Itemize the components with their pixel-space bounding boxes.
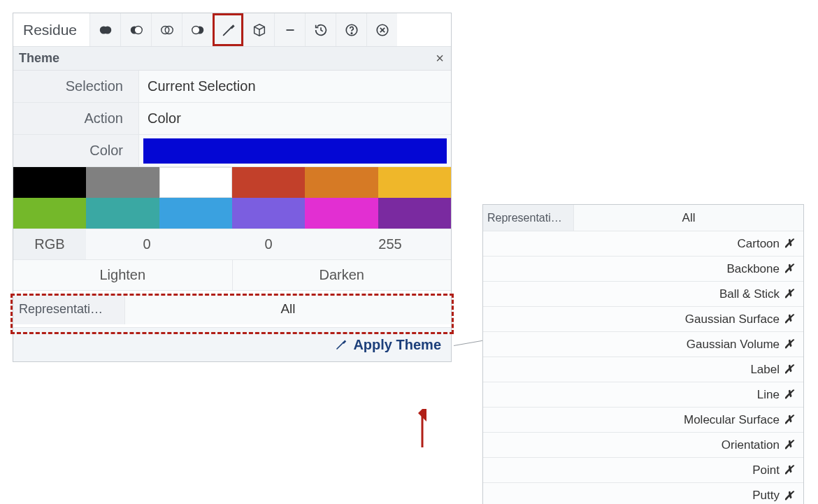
popup-header: Representati… All	[483, 205, 803, 231]
remove-option-icon[interactable]: ✗	[784, 387, 794, 402]
remove-option-icon[interactable]: ✗	[784, 287, 794, 301]
option-label: Backbone	[726, 262, 780, 276]
rgb-row: RGB 0 0 255	[13, 229, 451, 260]
color-value[interactable]	[139, 135, 451, 166]
option-label: Molecular Surface	[684, 413, 780, 427]
pencil-icon	[335, 338, 347, 351]
palette-swatch[interactable]	[232, 167, 305, 198]
representation-row-container: Representati… All	[13, 291, 451, 328]
selected-color-swatch[interactable]	[143, 138, 447, 164]
palette-swatch[interactable]	[378, 167, 451, 198]
rgb-r[interactable]: 0	[86, 236, 208, 252]
popup-header-value[interactable]: All	[574, 205, 803, 231]
remove-option-icon[interactable]: ✗	[784, 412, 794, 427]
palette-swatch[interactable]	[159, 167, 232, 198]
representation-value[interactable]: All	[125, 294, 451, 324]
representation-option[interactable]: Gaussian Volume✗	[483, 332, 803, 357]
remove-option-icon[interactable]: ✗	[784, 489, 794, 503]
representation-option[interactable]: Point✗	[483, 458, 803, 483]
popup-list: Cartoon✗Backbone✗Ball & Stick✗Gaussian S…	[483, 231, 803, 504]
option-label: Ball & Stick	[719, 287, 780, 301]
remove-option-icon[interactable]: ✗	[784, 337, 794, 352]
representation-option[interactable]: Putty✗	[483, 483, 803, 504]
option-label: Gaussian Volume	[687, 338, 780, 352]
representation-option[interactable]: Molecular Surface✗	[483, 408, 803, 433]
option-label: Orientation	[722, 438, 780, 452]
close-icon[interactable]: ×	[436, 50, 444, 66]
option-label: Gaussian Surface	[685, 312, 780, 326]
palette-swatch[interactable]	[305, 167, 378, 198]
mode-label[interactable]: Residue	[13, 13, 89, 46]
palette-swatch[interactable]	[13, 198, 86, 229]
history-icon[interactable]	[305, 13, 336, 46]
color-label: Color	[13, 135, 139, 166]
representation-option[interactable]: Backbone✗	[483, 257, 803, 282]
action-label: Action	[13, 103, 139, 134]
lighten-darken-row: Lighten Darken	[13, 260, 451, 291]
apply-theme-button[interactable]: Apply Theme	[13, 328, 451, 361]
palette-swatch[interactable]	[159, 198, 232, 229]
selection-value[interactable]: Current Selection	[139, 71, 451, 102]
svg-point-3	[134, 26, 142, 34]
brush-theme-icon[interactable]	[213, 13, 243, 46]
svg-point-1	[103, 26, 111, 34]
palette-swatch[interactable]	[232, 198, 305, 229]
set-union-icon[interactable]	[89, 13, 120, 46]
remove-option-icon[interactable]: ✗	[784, 362, 794, 377]
panel-title-row: Theme ×	[13, 47, 451, 71]
theme-panel: Residue	[13, 13, 452, 362]
option-label: Line	[757, 388, 780, 402]
popup-header-label: Representati…	[483, 205, 574, 231]
darken-button[interactable]: Darken	[233, 260, 452, 290]
remove-option-icon[interactable]: ✗	[784, 261, 794, 276]
selection-row: Selection Current Selection	[13, 71, 451, 103]
remove-option-icon[interactable]: ✗	[784, 236, 794, 251]
representation-option[interactable]: Ball & Stick✗	[483, 282, 803, 307]
minus-icon[interactable]	[274, 13, 305, 46]
representation-option[interactable]: Gaussian Surface✗	[483, 307, 803, 332]
help-icon[interactable]	[336, 13, 366, 46]
close-circle-icon[interactable]	[366, 13, 397, 46]
option-label: Label	[750, 363, 780, 377]
representation-option[interactable]: Label✗	[483, 357, 803, 382]
palette-swatch[interactable]	[86, 167, 159, 198]
annotation-arrow	[412, 409, 432, 451]
apply-theme-label: Apply Theme	[353, 337, 441, 353]
rgb-label: RGB	[13, 229, 86, 259]
option-label: Point	[752, 463, 780, 477]
representation-option[interactable]: Orientation✗	[483, 433, 803, 458]
remove-option-icon[interactable]: ✗	[784, 438, 794, 452]
color-palette	[13, 167, 451, 229]
toolbar: Residue	[13, 13, 451, 47]
palette-swatch[interactable]	[305, 198, 378, 229]
remove-option-icon[interactable]: ✗	[784, 463, 794, 477]
representation-label: Representati…	[13, 294, 125, 324]
option-label: Cartoon	[738, 237, 780, 251]
representation-popup: Representati… All Cartoon✗Backbone✗Ball …	[482, 204, 804, 504]
svg-point-7	[192, 26, 199, 34]
panel-title: Theme	[19, 51, 59, 66]
representation-row[interactable]: Representati… All	[13, 294, 451, 324]
rgb-g[interactable]: 0	[208, 236, 329, 252]
palette-swatch[interactable]	[86, 198, 159, 229]
option-label: Putty	[752, 489, 780, 503]
cube-icon[interactable]	[243, 13, 274, 46]
rgb-b[interactable]: 255	[329, 236, 451, 252]
action-value[interactable]: Color	[139, 103, 451, 134]
lighten-button[interactable]: Lighten	[13, 260, 233, 290]
remove-option-icon[interactable]: ✗	[784, 312, 794, 326]
annotation-connector	[454, 340, 483, 346]
representation-option[interactable]: Cartoon✗	[483, 231, 803, 257]
palette-swatch[interactable]	[13, 167, 86, 198]
selection-label: Selection	[13, 71, 139, 102]
set-subtract-icon[interactable]	[120, 13, 151, 46]
set-exclusive-icon[interactable]	[182, 13, 213, 46]
action-row: Action Color	[13, 103, 451, 135]
palette-swatch[interactable]	[378, 198, 451, 229]
set-intersect-icon[interactable]	[151, 13, 182, 46]
representation-option[interactable]: Line✗	[483, 382, 803, 408]
color-row: Color	[13, 135, 451, 167]
svg-point-10	[351, 32, 352, 33]
